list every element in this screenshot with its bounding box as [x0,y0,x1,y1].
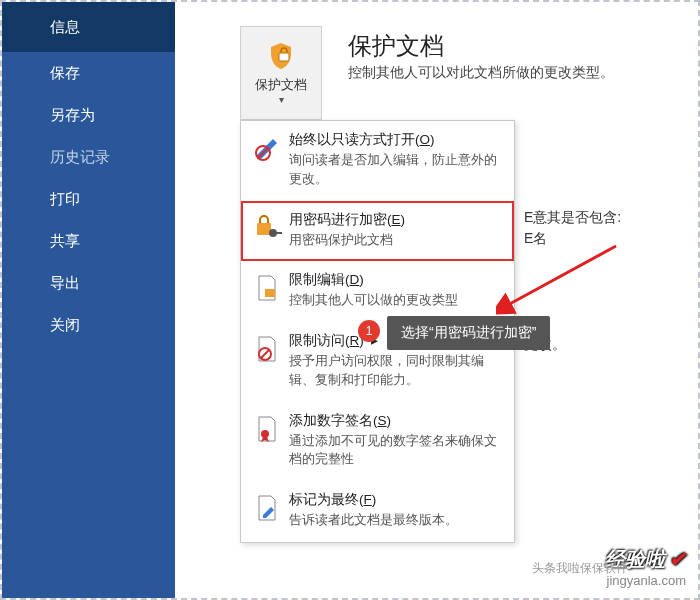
svg-line-10 [506,246,616,306]
svg-rect-0 [279,53,289,61]
menu-item-title: 限制编辑(D) [289,271,502,289]
sidebar-item-label: 另存为 [50,106,95,125]
menu-item-digital-signature[interactable]: 添加数字签名(S) 通过添加不可见的数字签名来确保文档的完整性 [241,402,514,482]
menu-item-desc: 用密码保护此文档 [289,231,502,250]
sidebar-item-share[interactable]: 共享 [2,220,175,262]
sidebar-item-label: 共享 [50,232,80,251]
menu-item-mark-final[interactable]: 标记为最终(F) 告诉读者此文档是最终版本。 [241,481,514,542]
page-title: 保护文档 [348,30,444,62]
menu-item-desc: 告诉读者此文档是最终版本。 [289,511,502,530]
menu-item-readonly[interactable]: 始终以只读方式打开(O) 询问读者是否加入编辑，防止意外的更改。 [241,121,514,201]
svg-point-9 [261,430,269,438]
annotation-arrow-icon [496,236,626,326]
shield-lock-icon [265,41,297,73]
pencil-prohibit-icon [253,131,289,189]
sidebar-item-info[interactable]: 信息 [2,2,175,52]
sidebar-item-label: 保存 [50,64,80,83]
sidebar-item-label: 关闭 [50,316,80,335]
menu-item-desc: 控制其他人可以做的更改类型 [289,291,502,310]
sidebar-item-label: 历史记录 [50,148,110,167]
document-ribbon-icon [253,412,289,470]
sidebar-item-saveas[interactable]: 另存为 [2,94,175,136]
page-subtitle: 控制其他人可以对此文档所做的更改类型。 [348,64,614,82]
svg-rect-5 [276,232,282,234]
menu-item-title: 标记为最终(F) [289,491,502,509]
backstage-sidebar: 信息 保存 另存为 历史记录 打印 共享 导出 关闭 [2,2,175,598]
check-icon: ✔ [669,548,686,570]
chevron-down-icon: ▾ [279,94,284,105]
svg-rect-6 [265,289,275,297]
document-prohibit-icon [253,332,289,390]
protect-button-label: 保护文档 [255,77,307,93]
sidebar-item-label: 信息 [50,18,80,37]
svg-rect-3 [257,223,271,235]
sidebar-item-close[interactable]: 关闭 [2,304,175,346]
sidebar-item-save[interactable]: 保存 [2,52,175,94]
document-lock-icon [253,271,289,310]
menu-item-encrypt-password[interactable]: 用密码进行加密(E) 用密码保护此文档 [241,201,514,262]
sidebar-item-label: 导出 [50,274,80,293]
watermark-sub: 头条我啦保保软件 [532,560,628,577]
menu-item-desc: 询问读者是否加入编辑，防止意外的更改。 [289,151,502,189]
menu-item-restrict-editing[interactable]: 限制编辑(D) 控制其他人可以做的更改类型 [241,261,514,322]
menu-item-desc: 通过添加不可见的数字签名来确保文档的完整性 [289,432,502,470]
menu-item-title: 始终以只读方式打开(O) [289,131,502,149]
protect-document-button[interactable]: 保护文档 ▾ [240,26,322,120]
annotation-tooltip: 选择“用密码进行加密” [387,316,550,350]
partial-text: E名 [524,230,547,248]
lock-key-icon [253,211,289,250]
sidebar-item-history[interactable]: 历史记录 [2,136,175,178]
sidebar-item-label: 打印 [50,190,80,209]
sidebar-item-print[interactable]: 打印 [2,178,175,220]
menu-item-title: 添加数字签名(S) [289,412,502,430]
menu-item-title: 用密码进行加密(E) [289,211,502,229]
document-pencil-icon [253,491,289,530]
sidebar-item-export[interactable]: 导出 [2,262,175,304]
partial-text: E意其是否包含: [524,209,621,227]
menu-item-desc: 授予用户访问权限，同时限制其编辑、复制和打印能力。 [289,352,502,390]
svg-point-4 [269,229,277,237]
annotation-step-badge: 1 [358,320,380,342]
